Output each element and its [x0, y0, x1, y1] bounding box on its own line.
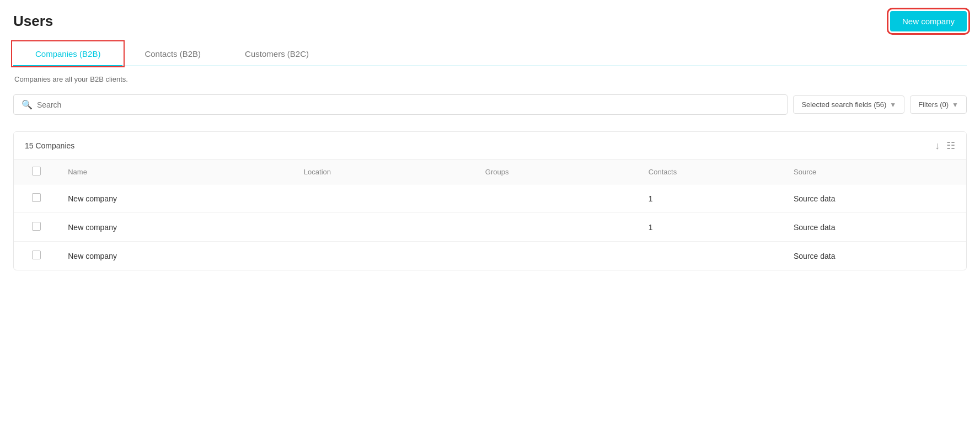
col-header-contacts: Contacts	[640, 160, 785, 184]
table-row: New company Source data	[14, 242, 966, 270]
filters-button[interactable]: Filters (0) ▼	[910, 95, 967, 114]
row-groups	[476, 213, 640, 242]
grid-view-icon[interactable]: ☷	[946, 140, 955, 152]
tab-description: Companies are all your B2B clients.	[13, 75, 967, 83]
search-fields-button[interactable]: Selected search fields (56) ▼	[793, 95, 904, 114]
row-checkbox-cell[interactable]	[14, 242, 59, 270]
table-count: 15 Companies	[25, 141, 74, 150]
row-checkbox-cell[interactable]	[14, 184, 59, 213]
chevron-down-icon: ▼	[890, 101, 896, 109]
search-box: 🔍	[13, 94, 788, 115]
row-location	[295, 213, 476, 242]
row-name: New company	[59, 184, 295, 213]
tab-companies-b2b[interactable]: Companies (B2B)	[13, 42, 122, 65]
table-actions: ↓ ☷	[935, 140, 955, 152]
tab-customers-b2c[interactable]: Customers (B2C)	[223, 42, 331, 65]
new-company-button[interactable]: New company	[890, 11, 967, 31]
download-icon[interactable]: ↓	[935, 140, 940, 152]
search-row: 🔍 Selected search fields (56) ▼ Filters …	[13, 94, 967, 115]
tabs-bar: Companies (B2B) Contacts (B2B) Customers…	[13, 42, 967, 66]
row-checkbox[interactable]	[32, 222, 41, 231]
select-all-checkbox[interactable]	[32, 167, 41, 175]
row-source: Source data	[785, 184, 966, 213]
tab-contacts-b2b[interactable]: Contacts (B2B)	[122, 42, 223, 65]
row-contacts: 1	[640, 213, 785, 242]
col-header-name: Name	[59, 160, 295, 184]
col-header-source: Source	[785, 160, 966, 184]
row-name: New company	[59, 213, 295, 242]
row-location	[295, 184, 476, 213]
row-contacts: 1	[640, 184, 785, 213]
checkbox-header[interactable]	[14, 160, 59, 184]
page-header: Users New company	[13, 11, 967, 31]
row-source: Source data	[785, 213, 966, 242]
table-row: New company 1 Source data	[14, 184, 966, 213]
row-name: New company	[59, 242, 295, 270]
row-groups	[476, 242, 640, 270]
search-icon: 🔍	[22, 99, 33, 110]
table-row: New company 1 Source data	[14, 213, 966, 242]
table-header-row: 15 Companies ↓ ☷	[14, 132, 966, 160]
chevron-down-icon: ▼	[952, 101, 958, 109]
row-checkbox[interactable]	[32, 251, 41, 259]
companies-table: Name Location Groups Contacts Source	[14, 160, 966, 270]
table-column-headers: Name Location Groups Contacts Source	[14, 160, 966, 184]
row-source: Source data	[785, 242, 966, 270]
row-groups	[476, 184, 640, 213]
row-location	[295, 242, 476, 270]
row-checkbox-cell[interactable]	[14, 213, 59, 242]
search-input[interactable]	[37, 100, 779, 109]
table-section: 15 Companies ↓ ☷ Name Location	[13, 131, 967, 270]
page-title: Users	[13, 13, 53, 30]
row-contacts	[640, 242, 785, 270]
row-checkbox[interactable]	[32, 193, 41, 202]
col-header-location: Location	[295, 160, 476, 184]
col-header-groups: Groups	[476, 160, 640, 184]
